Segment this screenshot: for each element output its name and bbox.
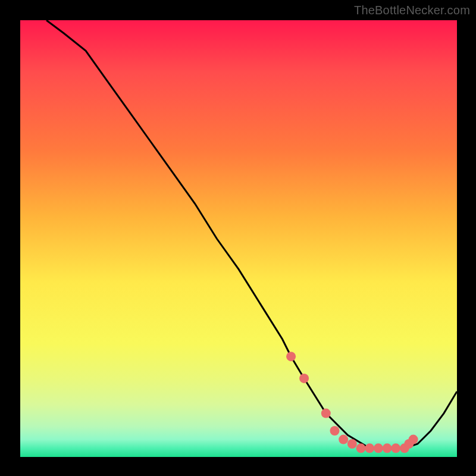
chart-svg — [20, 20, 457, 457]
sweet-spot-dot — [374, 443, 383, 453]
sweet-spot-dot — [286, 352, 296, 361]
sweet-spot-dot — [391, 443, 400, 453]
watermark-text: TheBottleNecker.com — [354, 4, 470, 17]
sweet-spot-dot — [383, 443, 392, 453]
sweet-spot-dot — [299, 374, 309, 383]
sweet-spot-dot — [365, 443, 374, 453]
sweet-spot-dot — [409, 435, 418, 444]
sweet-spot-dot — [321, 409, 331, 418]
bottleneck-curve — [46, 20, 457, 448]
sweet-spot-dot — [339, 435, 348, 444]
sweet-spot-dot — [330, 426, 340, 436]
sweet-spot-dot — [347, 439, 357, 449]
sweet-spot-dot — [356, 443, 366, 453]
chart-plot-area — [20, 20, 457, 457]
